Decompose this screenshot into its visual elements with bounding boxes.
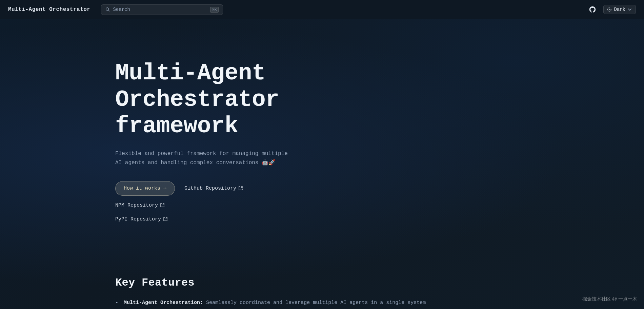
main-content: Multi-Agent Orchestrator framework Flexi… bbox=[0, 0, 644, 309]
features-list: Multi-Agent Orchestration: Seamlessly co… bbox=[115, 298, 644, 309]
search-kbd: ⌘K bbox=[210, 7, 219, 13]
github-link[interactable] bbox=[587, 4, 598, 15]
search-box[interactable]: Search ⌘K bbox=[101, 4, 223, 15]
hero-subtitle: Flexible and powerful framework for mana… bbox=[115, 149, 291, 168]
feature-value-1: Seamlessly coordinate and leverage multi… bbox=[206, 300, 426, 306]
features-section: Key Features Multi-Agent Orchestration: … bbox=[0, 256, 644, 309]
chevron-down-icon bbox=[627, 7, 632, 12]
hero-title-line1: Multi-Agent bbox=[115, 60, 265, 86]
github-icon bbox=[589, 6, 596, 13]
list-item: Multi-Agent Orchestration: Seamlessly co… bbox=[115, 298, 644, 308]
how-it-works-button[interactable]: How it works → bbox=[115, 181, 175, 196]
feature-key-1: Multi-Agent Orchestration: bbox=[124, 300, 203, 306]
moon-icon bbox=[607, 7, 612, 12]
hero-title-line2: Orchestrator framework bbox=[115, 86, 279, 139]
external-link-icon-npm bbox=[160, 203, 165, 208]
theme-toggle[interactable]: Dark bbox=[603, 5, 636, 14]
svg-line-1 bbox=[108, 10, 110, 12]
nav-left: Multi-Agent Orchestrator Search ⌘K bbox=[8, 4, 223, 15]
external-link-icon-pypi bbox=[163, 217, 168, 221]
search-placeholder: Search bbox=[113, 7, 207, 12]
theme-label: Dark bbox=[614, 7, 625, 12]
hero-title: Multi-Agent Orchestrator framework bbox=[115, 60, 305, 140]
site-title: Multi-Agent Orchestrator bbox=[8, 6, 90, 13]
npm-repository-link[interactable]: NPM Repository bbox=[115, 202, 165, 208]
svg-point-0 bbox=[106, 8, 109, 11]
hero-buttons-row2: PyPI Repository bbox=[115, 216, 305, 229]
hero-buttons: How it works → GitHub Repository NPM Rep… bbox=[115, 181, 305, 215]
hero-section: Multi-Agent Orchestrator framework Flexi… bbox=[0, 19, 305, 256]
external-link-icon bbox=[238, 186, 243, 191]
navbar: Multi-Agent Orchestrator Search ⌘K Dark bbox=[0, 0, 644, 19]
features-title: Key Features bbox=[115, 276, 644, 289]
nav-right: Dark bbox=[587, 4, 636, 15]
pypi-repository-link[interactable]: PyPI Repository bbox=[115, 216, 168, 222]
search-icon bbox=[105, 7, 110, 12]
github-repository-link[interactable]: GitHub Repository bbox=[184, 186, 243, 191]
